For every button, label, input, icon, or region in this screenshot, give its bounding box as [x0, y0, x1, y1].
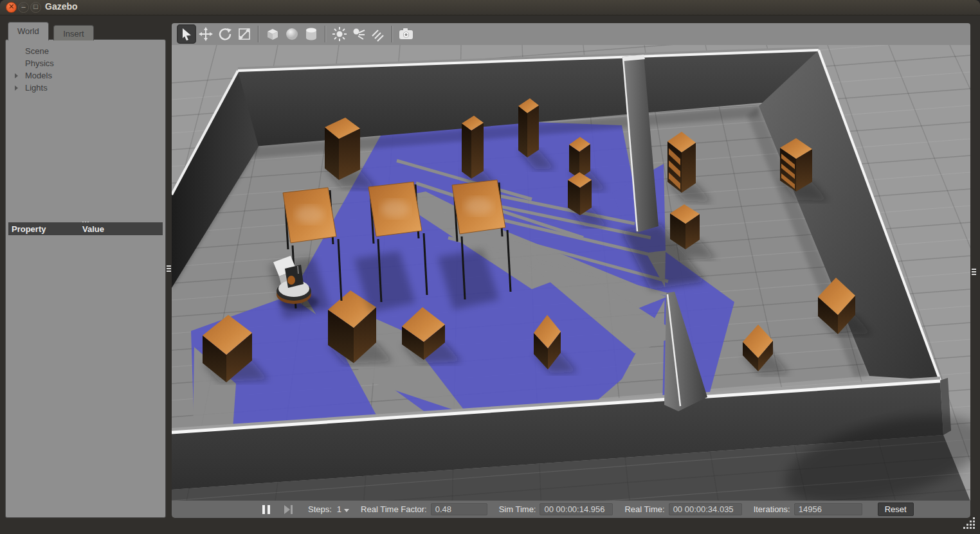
rtf-value: 0.48 [431, 503, 487, 515]
scene-3d-view[interactable] [172, 45, 970, 501]
rotate-tool-button[interactable] [215, 24, 235, 44]
pause-icon [262, 505, 265, 514]
translate-tool-button[interactable] [196, 24, 215, 44]
real-time-value: 00 00:00:34.035 [669, 503, 742, 515]
rtf-label: Real Time Factor: [361, 504, 427, 514]
iterations-value: 14956 [794, 503, 862, 515]
pause-icon [268, 505, 270, 514]
tree-item-physics[interactable]: Physics [6, 57, 165, 69]
gazebo-window: ✕ – □ Gazebo World Insert Scene Physics … [0, 0, 980, 534]
tab-insert[interactable]: Insert [53, 25, 94, 40]
left-splitter-handle[interactable] [167, 264, 172, 278]
maximize-button[interactable]: □ [30, 2, 41, 13]
real-time-label: Real Time: [624, 504, 664, 514]
titlebar: ✕ – □ Gazebo [0, 0, 980, 15]
add-box-button[interactable] [263, 24, 282, 44]
panel-tabs: World Insert [8, 22, 94, 41]
tree-item-scene[interactable]: Scene [6, 45, 165, 57]
step-button[interactable] [284, 505, 293, 514]
pause-button[interactable] [261, 505, 271, 514]
add-cylinder-button[interactable] [302, 24, 321, 44]
window-resize-grip[interactable] [963, 517, 977, 531]
rotate-icon [218, 27, 232, 41]
box-icon [265, 26, 280, 42]
maximize-icon: □ [31, 2, 41, 12]
expand-arrow-icon[interactable] [15, 73, 18, 78]
tree-item-lights[interactable]: Lights [6, 82, 165, 94]
sphere-icon [284, 26, 300, 42]
world-tree: Scene Physics Models Lights [6, 40, 165, 94]
property-column-header: Property [12, 224, 82, 234]
translate-icon [199, 27, 213, 41]
sim-time-value: 00 00:00:14.956 [540, 503, 613, 515]
right-splitter-handle[interactable] [972, 267, 977, 281]
select-icon [179, 27, 194, 41]
minimize-icon: – [19, 2, 28, 12]
tab-world[interactable]: World [8, 22, 49, 40]
window-title: Gazebo [45, 1, 78, 12]
add-directional-light-button[interactable] [368, 24, 388, 44]
render-toolbar [172, 23, 970, 45]
property-table-header: Property Value [8, 222, 163, 235]
iterations-label: Iterations: [754, 504, 790, 514]
tree-item-models[interactable]: Models [6, 69, 165, 82]
reset-button[interactable]: Reset [878, 503, 914, 516]
scene-svg[interactable] [172, 45, 970, 501]
add-spot-light-button[interactable] [349, 24, 368, 44]
toolbar-separator [392, 26, 393, 42]
world-panel: Scene Physics Models Lights Property Val… [5, 39, 166, 518]
screenshot-button[interactable] [397, 24, 416, 44]
steps-spinner-icon[interactable] [344, 509, 349, 512]
render-viewport: Steps: 1 Real Time Factor: 0.48 Sim Time… [172, 19, 970, 518]
spot-light-icon [351, 26, 367, 42]
steps-label: Steps: [308, 504, 332, 514]
add-point-light-button[interactable] [330, 24, 349, 44]
directional-light-icon [370, 26, 386, 42]
left-panel: World Insert Scene Physics Models Lights… [5, 21, 166, 518]
point-light-icon [332, 26, 347, 42]
step-icon [284, 505, 290, 514]
scale-tool-button[interactable] [235, 24, 254, 44]
camera-icon [398, 26, 415, 42]
sim-time-label: Sim Time: [499, 504, 536, 514]
scale-icon [237, 27, 251, 41]
close-button[interactable]: ✕ [6, 2, 17, 13]
add-sphere-button[interactable] [282, 24, 302, 44]
expand-arrow-icon[interactable] [15, 85, 18, 91]
toolbar-separator [325, 26, 326, 42]
select-tool-button[interactable] [177, 24, 196, 44]
value-column-header: Value [82, 224, 104, 234]
toolbar-separator [258, 26, 259, 42]
cylinder-icon [304, 26, 319, 42]
steps-value[interactable]: 1 [337, 504, 341, 514]
minimize-button[interactable]: – [18, 2, 29, 13]
close-icon: ✕ [6, 2, 16, 12]
statusbar: Steps: 1 Real Time Factor: 0.48 Sim Time… [172, 501, 970, 518]
